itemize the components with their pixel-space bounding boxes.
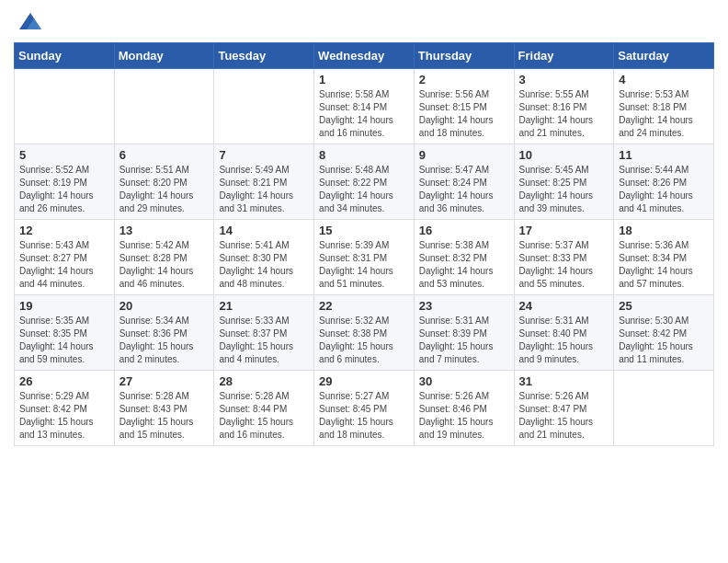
day-detail: Sunrise: 5:37 AM Sunset: 8:33 PM Dayligh…	[519, 239, 609, 291]
day-detail: Sunrise: 5:26 AM Sunset: 8:47 PM Dayligh…	[519, 390, 609, 442]
calendar-day-3: 3Sunrise: 5:55 AM Sunset: 8:16 PM Daylig…	[514, 69, 614, 144]
day-number: 5	[19, 148, 109, 162]
calendar-day-29: 29Sunrise: 5:27 AM Sunset: 8:45 PM Dayli…	[314, 371, 415, 446]
calendar-table: SundayMondayTuesdayWednesdayThursdayFrid…	[14, 42, 714, 446]
day-detail: Sunrise: 5:31 AM Sunset: 8:39 PM Dayligh…	[419, 315, 509, 366]
day-number: 10	[519, 148, 609, 162]
calendar-day-4: 4Sunrise: 5:53 AM Sunset: 8:18 PM Daylig…	[614, 69, 714, 144]
day-detail: Sunrise: 5:44 AM Sunset: 8:26 PM Dayligh…	[619, 164, 709, 215]
day-number: 12	[19, 224, 109, 237]
day-detail: Sunrise: 5:41 AM Sunset: 8:30 PM Dayligh…	[219, 239, 309, 291]
calendar-day-13: 13Sunrise: 5:42 AM Sunset: 8:28 PM Dayli…	[114, 220, 214, 295]
calendar-day-11: 11Sunrise: 5:44 AM Sunset: 8:26 PM Dayli…	[614, 144, 714, 220]
calendar-day-16: 16Sunrise: 5:38 AM Sunset: 8:32 PM Dayli…	[414, 220, 514, 295]
calendar-empty-cell	[214, 69, 314, 144]
day-detail: Sunrise: 5:52 AM Sunset: 8:19 PM Dayligh…	[19, 164, 109, 215]
day-detail: Sunrise: 5:53 AM Sunset: 8:18 PM Dayligh…	[619, 88, 709, 140]
day-detail: Sunrise: 5:29 AM Sunset: 8:42 PM Dayligh…	[19, 390, 109, 442]
day-number: 29	[319, 374, 409, 388]
calendar-week-row: 1Sunrise: 5:58 AM Sunset: 8:14 PM Daylig…	[15, 69, 714, 144]
calendar-dow-wednesday: Wednesday	[314, 43, 415, 69]
day-number: 21	[219, 299, 309, 313]
calendar-day-7: 7Sunrise: 5:49 AM Sunset: 8:21 PM Daylig…	[214, 144, 314, 220]
day-number: 20	[119, 299, 210, 313]
day-number: 24	[519, 299, 609, 313]
day-detail: Sunrise: 5:35 AM Sunset: 8:35 PM Dayligh…	[19, 315, 109, 366]
calendar-day-21: 21Sunrise: 5:33 AM Sunset: 8:37 PM Dayli…	[214, 295, 314, 371]
day-number: 19	[19, 299, 109, 313]
calendar-week-row: 5Sunrise: 5:52 AM Sunset: 8:19 PM Daylig…	[15, 144, 714, 220]
day-number: 28	[219, 374, 309, 388]
calendar-day-2: 2Sunrise: 5:56 AM Sunset: 8:15 PM Daylig…	[414, 69, 514, 144]
day-detail: Sunrise: 5:36 AM Sunset: 8:34 PM Dayligh…	[619, 239, 709, 291]
calendar-dow-friday: Friday	[514, 43, 614, 69]
calendar-day-22: 22Sunrise: 5:32 AM Sunset: 8:38 PM Dayli…	[314, 295, 415, 371]
day-number: 3	[519, 73, 609, 86]
day-number: 9	[419, 148, 509, 162]
calendar-day-10: 10Sunrise: 5:45 AM Sunset: 8:25 PM Dayli…	[514, 144, 614, 220]
day-detail: Sunrise: 5:28 AM Sunset: 8:44 PM Dayligh…	[219, 390, 309, 442]
day-detail: Sunrise: 5:55 AM Sunset: 8:16 PM Dayligh…	[519, 88, 609, 140]
day-number: 25	[619, 299, 709, 313]
day-detail: Sunrise: 5:48 AM Sunset: 8:22 PM Dayligh…	[319, 164, 409, 215]
calendar-week-row: 19Sunrise: 5:35 AM Sunset: 8:35 PM Dayli…	[15, 295, 714, 371]
calendar-day-31: 31Sunrise: 5:26 AM Sunset: 8:47 PM Dayli…	[514, 371, 614, 446]
calendar-day-1: 1Sunrise: 5:58 AM Sunset: 8:14 PM Daylig…	[314, 69, 415, 144]
day-number: 22	[319, 299, 409, 313]
day-detail: Sunrise: 5:31 AM Sunset: 8:40 PM Dayligh…	[519, 315, 609, 366]
calendar-header-row: SundayMondayTuesdayWednesdayThursdayFrid…	[15, 43, 714, 69]
day-detail: Sunrise: 5:28 AM Sunset: 8:43 PM Dayligh…	[119, 390, 210, 442]
day-number: 4	[619, 73, 709, 86]
day-number: 7	[219, 148, 309, 162]
day-detail: Sunrise: 5:34 AM Sunset: 8:36 PM Dayligh…	[119, 315, 210, 366]
day-detail: Sunrise: 5:33 AM Sunset: 8:37 PM Dayligh…	[219, 315, 309, 366]
calendar-day-26: 26Sunrise: 5:29 AM Sunset: 8:42 PM Dayli…	[15, 371, 115, 446]
calendar-day-19: 19Sunrise: 5:35 AM Sunset: 8:35 PM Dayli…	[15, 295, 115, 371]
calendar-day-12: 12Sunrise: 5:43 AM Sunset: 8:27 PM Dayli…	[15, 220, 115, 295]
day-detail: Sunrise: 5:39 AM Sunset: 8:31 PM Dayligh…	[319, 239, 409, 291]
day-number: 31	[519, 374, 609, 388]
day-number: 23	[419, 299, 509, 313]
calendar-day-18: 18Sunrise: 5:36 AM Sunset: 8:34 PM Dayli…	[614, 220, 714, 295]
day-detail: Sunrise: 5:56 AM Sunset: 8:15 PM Dayligh…	[419, 88, 509, 140]
calendar-week-row: 26Sunrise: 5:29 AM Sunset: 8:42 PM Dayli…	[15, 371, 714, 446]
calendar-dow-tuesday: Tuesday	[214, 43, 314, 69]
calendar-day-9: 9Sunrise: 5:47 AM Sunset: 8:24 PM Daylig…	[414, 144, 514, 220]
day-number: 8	[319, 148, 409, 162]
calendar-dow-sunday: Sunday	[15, 43, 115, 69]
day-number: 15	[319, 224, 409, 237]
day-detail: Sunrise: 5:49 AM Sunset: 8:21 PM Dayligh…	[219, 164, 309, 215]
calendar-day-5: 5Sunrise: 5:52 AM Sunset: 8:19 PM Daylig…	[15, 144, 115, 220]
calendar-day-17: 17Sunrise: 5:37 AM Sunset: 8:33 PM Dayli…	[514, 220, 614, 295]
day-detail: Sunrise: 5:47 AM Sunset: 8:24 PM Dayligh…	[419, 164, 509, 215]
calendar-day-20: 20Sunrise: 5:34 AM Sunset: 8:36 PM Dayli…	[114, 295, 214, 371]
day-number: 18	[619, 224, 709, 237]
day-number: 14	[219, 224, 309, 237]
calendar-day-14: 14Sunrise: 5:41 AM Sunset: 8:30 PM Dayli…	[214, 220, 314, 295]
day-detail: Sunrise: 5:32 AM Sunset: 8:38 PM Dayligh…	[319, 315, 409, 366]
day-number: 30	[419, 374, 509, 388]
day-number: 16	[419, 224, 509, 237]
calendar-dow-thursday: Thursday	[414, 43, 514, 69]
calendar-day-28: 28Sunrise: 5:28 AM Sunset: 8:44 PM Dayli…	[214, 371, 314, 446]
calendar-day-27: 27Sunrise: 5:28 AM Sunset: 8:43 PM Dayli…	[114, 371, 214, 446]
calendar-dow-saturday: Saturday	[614, 43, 714, 69]
calendar-empty-cell	[114, 69, 214, 144]
day-detail: Sunrise: 5:27 AM Sunset: 8:45 PM Dayligh…	[319, 390, 409, 442]
calendar-day-25: 25Sunrise: 5:30 AM Sunset: 8:42 PM Dayli…	[614, 295, 714, 371]
day-number: 1	[319, 73, 409, 86]
calendar-week-row: 12Sunrise: 5:43 AM Sunset: 8:27 PM Dayli…	[15, 220, 714, 295]
calendar-day-8: 8Sunrise: 5:48 AM Sunset: 8:22 PM Daylig…	[314, 144, 415, 220]
day-number: 17	[519, 224, 609, 237]
day-number: 2	[419, 73, 509, 86]
day-detail: Sunrise: 5:42 AM Sunset: 8:28 PM Dayligh…	[119, 239, 210, 291]
page-header	[14, 9, 714, 35]
logo-icon	[17, 9, 43, 35]
day-detail: Sunrise: 5:58 AM Sunset: 8:14 PM Dayligh…	[319, 88, 409, 140]
calendar-day-15: 15Sunrise: 5:39 AM Sunset: 8:31 PM Dayli…	[314, 220, 415, 295]
day-detail: Sunrise: 5:30 AM Sunset: 8:42 PM Dayligh…	[619, 315, 709, 366]
day-number: 27	[119, 374, 210, 388]
calendar-empty-cell	[15, 69, 115, 144]
day-number: 11	[619, 148, 709, 162]
logo	[14, 9, 43, 35]
